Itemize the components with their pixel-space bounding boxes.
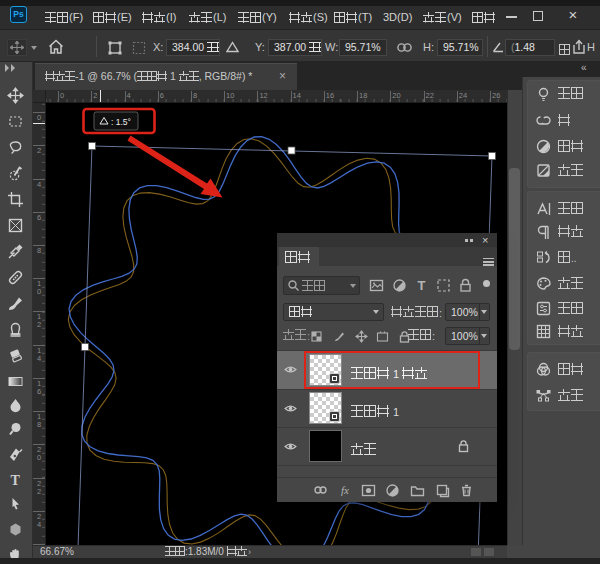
svg-text:fx: fx (341, 484, 349, 496)
svg-text:T: T (11, 473, 21, 488)
svg-text:: 1.5°: : 1.5° (111, 117, 131, 127)
